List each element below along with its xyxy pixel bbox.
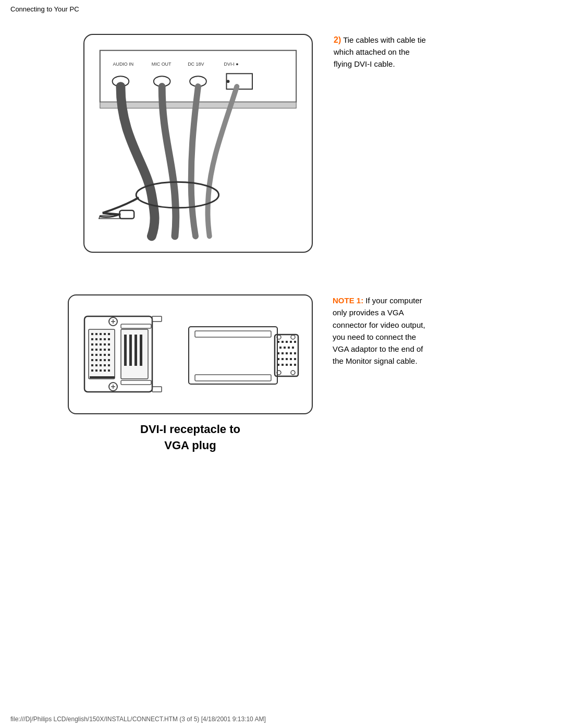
svg-rect-37 (95, 349, 97, 351)
svg-rect-31 (91, 343, 93, 346)
image-caption: DVI-I receptacle to VGA plug (140, 422, 240, 454)
svg-rect-83 (292, 347, 294, 349)
section1-note: 2) Tie cables with cable tie which attac… (334, 34, 427, 70)
svg-rect-91 (286, 358, 288, 360)
svg-rect-59 (104, 369, 106, 372)
svg-rect-8 (226, 73, 252, 89)
svg-rect-24 (104, 333, 106, 335)
svg-rect-65 (134, 335, 137, 366)
note-text: If your computer only provides a VGA con… (333, 296, 425, 365)
svg-rect-72 (195, 331, 271, 337)
svg-rect-36 (91, 349, 93, 351)
svg-rect-66 (140, 335, 142, 366)
svg-rect-53 (100, 364, 102, 366)
caption-line2: VGA plug (140, 438, 240, 454)
svg-rect-82 (288, 347, 290, 349)
step-number: 2) (334, 35, 341, 44)
svg-rect-38 (100, 349, 102, 351)
caption-line1: DVI-I receptacle to (140, 422, 240, 438)
svg-rect-55 (108, 364, 110, 366)
svg-rect-94 (277, 364, 279, 366)
svg-rect-26 (91, 338, 93, 340)
svg-rect-98 (294, 364, 296, 366)
svg-rect-68 (121, 380, 151, 385)
svg-rect-89 (277, 358, 279, 360)
svg-rect-75 (277, 341, 279, 343)
svg-rect-79 (294, 341, 296, 343)
svg-rect-40 (108, 349, 110, 351)
svg-rect-60 (108, 369, 110, 372)
svg-rect-95 (282, 364, 284, 366)
svg-rect-57 (95, 369, 97, 372)
svg-rect-70 (152, 387, 162, 392)
svg-rect-92 (290, 358, 292, 360)
svg-point-100 (291, 335, 295, 339)
svg-rect-27 (95, 338, 97, 340)
svg-rect-90 (282, 358, 284, 360)
svg-text:DVI-I ●: DVI-I ● (224, 61, 239, 67)
svg-rect-86 (286, 352, 288, 354)
page-footer: file:///D|/Philips LCD/english/150X/INST… (10, 715, 266, 723)
svg-rect-44 (104, 354, 106, 356)
svg-rect-58 (100, 369, 102, 372)
svg-text:DC 18V: DC 18V (188, 61, 204, 67)
svg-rect-87 (290, 352, 292, 354)
main-content: AUDIO IN MIC OUT DC 18V DVI-I ● (0, 18, 563, 475)
svg-rect-43 (100, 354, 102, 356)
svg-rect-21 (91, 333, 93, 335)
svg-rect-51 (91, 364, 93, 366)
svg-rect-41 (91, 354, 93, 356)
svg-rect-85 (282, 352, 284, 354)
svg-rect-61 (90, 376, 115, 378)
svg-point-9 (226, 80, 229, 83)
svg-rect-96 (286, 364, 288, 366)
svg-rect-63 (124, 335, 127, 366)
svg-rect-30 (108, 338, 110, 340)
svg-rect-81 (284, 347, 286, 349)
svg-point-102 (291, 371, 295, 375)
svg-rect-67 (121, 324, 151, 328)
svg-rect-88 (294, 352, 296, 354)
note-label: NOTE 1: (333, 296, 363, 305)
svg-rect-34 (104, 343, 106, 346)
svg-rect-93 (294, 358, 296, 360)
svg-rect-78 (290, 341, 292, 343)
svg-rect-64 (129, 335, 132, 366)
svg-rect-23 (100, 333, 102, 335)
svg-rect-47 (95, 359, 97, 361)
svg-rect-97 (290, 364, 292, 366)
svg-rect-73 (195, 375, 271, 381)
svg-rect-71 (189, 327, 277, 384)
svg-rect-80 (279, 347, 282, 349)
svg-rect-76 (282, 341, 284, 343)
svg-rect-39 (104, 349, 106, 351)
svg-rect-45 (108, 354, 110, 356)
svg-rect-84 (277, 352, 279, 354)
section-1: AUDIO IN MIC OUT DC 18V DVI-I ● (16, 34, 547, 253)
svg-rect-29 (104, 338, 106, 340)
section2-note: NOTE 1: If your computer only provides a… (333, 294, 429, 367)
step-note-text: Tie cables with cable tie which attached… (334, 35, 426, 68)
svg-rect-22 (95, 333, 97, 335)
cable-tie-image: AUDIO IN MIC OUT DC 18V DVI-I ● (83, 34, 313, 253)
svg-text:MIC OUT: MIC OUT (152, 61, 172, 67)
svg-rect-54 (104, 364, 106, 366)
svg-rect-46 (91, 359, 93, 361)
svg-rect-77 (286, 341, 288, 343)
svg-rect-48 (100, 359, 102, 361)
header-title: Connecting to Your PC (10, 5, 79, 13)
section-2: DVI-I receptacle to VGA plug NOTE 1: If … (16, 294, 547, 454)
svg-rect-56 (91, 369, 93, 372)
svg-rect-52 (95, 364, 97, 366)
svg-rect-33 (100, 343, 102, 346)
svg-rect-32 (95, 343, 97, 346)
dvi-image (68, 294, 313, 414)
svg-rect-12 (119, 211, 134, 219)
svg-rect-49 (104, 359, 106, 361)
svg-rect-69 (152, 316, 162, 322)
svg-rect-35 (108, 343, 110, 346)
svg-rect-42 (95, 354, 97, 356)
dvi-image-wrapper: DVI-I receptacle to VGA plug (68, 294, 313, 454)
footer-text: file:///D|/Philips LCD/english/150X/INST… (10, 715, 266, 723)
svg-text:AUDIO IN: AUDIO IN (113, 61, 134, 67)
